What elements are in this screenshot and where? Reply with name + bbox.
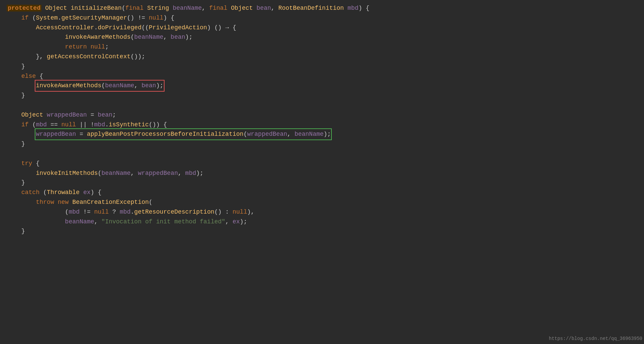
param-beanName-5: beanName	[101, 170, 130, 177]
code-line-22: }	[0, 226, 644, 236]
code-line-10: }	[0, 91, 644, 100]
code-line-15: try {	[0, 159, 644, 168]
null-5: null	[233, 209, 247, 215]
null-3: null	[61, 121, 76, 128]
code-line-20: (mbd != null ? mbd.getResourceDescriptio…	[0, 207, 644, 217]
type-string: String	[147, 5, 169, 11]
param-bean-3: bean	[142, 82, 156, 89]
code-line-5: return null;	[0, 42, 644, 52]
param-mbd-1: mbd	[348, 5, 358, 11]
method-getresourcedescription: getResourceDescription	[134, 209, 214, 215]
code-line-13: wrappedBean = applyBeanPostProcessorsBef…	[0, 129, 644, 139]
param-beanName-3: beanName	[105, 82, 134, 89]
type-throwable: Throwable	[47, 189, 80, 196]
empty-line-2	[0, 149, 644, 159]
method-invokeAwareMethods-2: invokeAwareMethods	[36, 82, 101, 89]
code-line-21: beanName, "Invocation of init method fai…	[0, 217, 644, 227]
url-watermark: https://blog.csdn.net/qq_36963950	[549, 335, 642, 342]
method-doprivileged: doPrivileged	[98, 24, 142, 31]
code-line-6: }, getAccessControlContext());	[0, 52, 644, 62]
param-bean-2: bean	[171, 34, 185, 40]
param-wrappedBean-1: wrappedBean	[47, 112, 87, 118]
method-invokeAwareMethods-1: invokeAwareMethods	[65, 34, 130, 40]
param-wrappedBean-4: wrappedBean	[138, 170, 178, 177]
param-beanName-6: beanName	[65, 218, 94, 225]
code-line-1: protected Object initializeBean(final St…	[0, 3, 644, 13]
param-bean-1: bean	[257, 5, 271, 11]
code-line-9: invokeAwareMethods(beanName, bean);	[0, 81, 644, 91]
param-mbd-4: mbd	[185, 170, 196, 177]
param-bean-4: bean	[98, 112, 112, 118]
type-beancreationexception: BeanCreationException	[72, 199, 149, 206]
type-accesscontroller: AccessController	[36, 24, 94, 31]
type-privilegedaction: PrivilegedAction	[149, 24, 207, 31]
keyword-return-1: return	[65, 43, 87, 50]
keyword-final-1: final	[125, 5, 144, 11]
code-line-11: Object wrappedBean = bean;	[0, 110, 644, 120]
code-line-2: if (System.getSecurityManager() != null)…	[0, 13, 644, 23]
code-viewer: protected Object initializeBean(final St…	[0, 0, 644, 344]
keyword-catch: catch	[21, 189, 39, 196]
code-line-16: invokeInitMethods(beanName, wrappedBean,…	[0, 168, 644, 178]
method-applyBeanPost: applyBeanPostProcessorsBeforeInitializat…	[87, 131, 243, 137]
highlight-green-box: wrappedBean = applyBeanPostProcessorsBef…	[36, 129, 331, 139]
method-initializeBean: initializeBean	[71, 5, 122, 11]
param-mbd-3: mbd	[94, 121, 105, 128]
param-wrappedBean-3: wrappedBean	[247, 131, 287, 137]
keyword-if-1: if	[21, 14, 29, 21]
keyword-protected: protected	[7, 5, 41, 11]
keyword-final-2: final	[209, 5, 227, 11]
method-issynthetic: isSynthetic	[109, 121, 149, 128]
param-mbd-5: mbd	[69, 209, 80, 215]
type-object: Object	[45, 5, 67, 11]
null-1: null	[149, 14, 163, 21]
string-invocation: "Invocation of init method failed"	[101, 218, 225, 225]
code-line-19: throw new BeanCreationException(	[0, 197, 644, 207]
type-rbd: RootBeanDefinition	[278, 5, 344, 11]
keyword-try: try	[21, 160, 32, 167]
param-ex-2: ex	[233, 218, 240, 225]
highlight-red-box: invokeAwareMethods(beanName, bean);	[36, 81, 163, 91]
null-4: null	[94, 209, 109, 215]
type-object-3: Object	[21, 112, 43, 118]
code-line-8: else {	[0, 71, 644, 81]
method-invokeInitMethods: invokeInitMethods	[36, 170, 98, 177]
param-beanName-2: beanName	[134, 34, 163, 40]
param-mbd-2: mbd	[36, 121, 47, 128]
keyword-if-2: if	[21, 121, 29, 128]
code-line-3: AccessController.doPrivileged((Privilege…	[0, 23, 644, 33]
method-getaccesscontrolcontext: getAccessControlContext	[47, 53, 130, 60]
null-2: null	[90, 43, 105, 50]
code-line-4: invokeAwareMethods(beanName, bean);	[0, 32, 644, 42]
empty-line-1	[0, 100, 644, 110]
code-line-12: if (mbd == null || !mbd.isSynthetic()) {	[0, 120, 644, 130]
keyword-throw: throw	[36, 199, 54, 206]
code-line-14: }	[0, 139, 644, 149]
param-wrappedBean-2: wrappedBean	[36, 131, 76, 137]
param-mbd-6: mbd	[120, 209, 130, 215]
method-getsecuritymanager: getSecurityManager	[61, 14, 127, 21]
code-line-7: }	[0, 62, 644, 71]
type-object-2: Object	[231, 5, 253, 11]
keyword-new: new	[58, 199, 68, 206]
code-line-18: catch (Throwable ex) {	[0, 188, 644, 197]
param-beanName-1: beanName	[173, 5, 202, 11]
param-ex-1: ex	[83, 189, 91, 196]
keyword-else: else	[7, 73, 36, 80]
type-system: System	[36, 14, 58, 21]
param-beanName-4: beanName	[294, 131, 323, 137]
code-line-17: }	[0, 178, 644, 188]
